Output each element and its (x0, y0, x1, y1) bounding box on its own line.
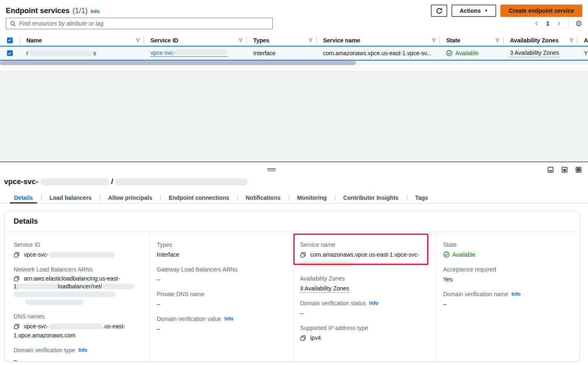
page-info-link[interactable]: Info (91, 9, 100, 14)
tab-endpoint-connections[interactable]: Endpoint connections (160, 192, 237, 203)
field-value: – (157, 299, 285, 309)
caret-down-icon: ▼ (484, 9, 488, 13)
tab-allow-principals[interactable]: Allow principals (100, 192, 160, 203)
column-header-acceptance[interactable]: A (577, 35, 588, 46)
field-nlb-arns: Network Load Balancers ARNs arn:aws:elas… (14, 266, 142, 306)
name-text: s (93, 50, 96, 56)
column-header-service-name[interactable]: Service name ▽ (316, 35, 440, 46)
field-value: – (157, 324, 285, 333)
redacted-text (102, 284, 134, 289)
service-id-link[interactable]: vpce-svc- (150, 49, 228, 57)
details-column-1: Service ID vpce-svc- Network Load Balanc… (5, 232, 150, 361)
details-column-2: Types Interface Gateway Load Balancers A… (150, 232, 293, 361)
field-service-id: Service ID vpce-svc- (14, 241, 142, 259)
availability-zones-popover[interactable]: 3 Availability Zones (510, 49, 559, 57)
copy-icon[interactable] (14, 323, 20, 330)
field-label: Gateway Load Balancers ARNs (157, 266, 285, 273)
service-id-text: vpce-svc- (150, 49, 175, 56)
scrollbar-thumb[interactable] (0, 61, 356, 65)
tab-tags[interactable]: Tags (407, 192, 437, 203)
acceptance-text: Y (584, 50, 588, 56)
table-row[interactable]: r s vpce-svc- Interface com.amazonaws.vp… (0, 46, 588, 61)
field-domain-verification-status: Domain verification status Info – (300, 299, 428, 318)
info-link[interactable]: Info (511, 290, 521, 298)
state-text: Available (452, 250, 476, 259)
availability-zones-popover[interactable]: 3 Availability Zones (300, 285, 349, 293)
redacted-text (30, 51, 92, 56)
column-header-label: Types (253, 37, 269, 44)
info-link[interactable]: Info (224, 315, 233, 323)
panel-tabs: Details Load balancers Allow principals … (0, 192, 588, 204)
column-header-name[interactable]: Name ▽ (20, 35, 144, 46)
tab-notifications[interactable]: Notifications (237, 192, 289, 203)
column-header-label: Name (26, 37, 42, 44)
create-endpoint-service-button[interactable]: Create endpoint service (500, 5, 582, 17)
check-circle-icon (446, 50, 453, 56)
next-page-icon[interactable] (556, 21, 562, 26)
field-value: Interface (157, 250, 285, 259)
cell-acceptance: Y (577, 47, 588, 60)
tab-label: Monitoring (297, 194, 327, 201)
field-gwlb-arns: Gateway Load Balancers ARNs – (157, 266, 285, 284)
tab-label: Details (14, 194, 33, 201)
row-checkbox[interactable] (7, 50, 13, 56)
redacted-text (19, 284, 56, 289)
split-panel-drag-handle[interactable] (267, 168, 276, 171)
tab-load-balancers[interactable]: Load balancers (41, 192, 100, 203)
info-link[interactable]: Info (78, 346, 87, 354)
sort-icon[interactable]: ▽ (570, 37, 573, 43)
horizontal-scrollbar[interactable] (0, 61, 588, 65)
panel-position-half-icon[interactable] (562, 167, 567, 173)
redacted-text (14, 292, 116, 297)
column-header-availability-zones[interactable]: Availability Zones ▽ (503, 35, 577, 46)
redacted-text (175, 49, 228, 55)
page-title-wrap: Endpoint services (1/1) Info (6, 7, 100, 15)
tab-details[interactable]: Details (6, 192, 41, 203)
field-types: Types Interface (157, 241, 285, 259)
tab-contributor-insights[interactable]: Contributor Insights (335, 192, 407, 203)
actions-button-label: Actions (460, 7, 481, 14)
panel-title-text: vpce-svc- (4, 178, 38, 186)
details-column-4: State Available Acceptance required Yes (436, 232, 579, 361)
copy-icon[interactable] (14, 252, 20, 258)
field-value: – (14, 356, 142, 365)
sort-icon[interactable]: ▽ (239, 37, 242, 43)
field-label: DNS names (14, 313, 142, 320)
details-card-header: Details (5, 211, 579, 232)
copy-icon[interactable] (300, 335, 306, 341)
info-link[interactable]: Info (369, 299, 378, 307)
tab-monitoring[interactable]: Monitoring (289, 192, 335, 203)
sort-icon[interactable]: ▽ (309, 37, 312, 43)
tab-label: Notifications (246, 194, 281, 201)
field-label: Private DNS name (157, 290, 285, 298)
sort-icon[interactable]: ▽ (496, 37, 499, 43)
panel-position-full-icon[interactable] (576, 167, 581, 173)
resource-count: (1/1) (72, 7, 88, 15)
redacted-text (49, 324, 102, 329)
details-card: Details Service ID vpce-svc- Network Loa… (4, 211, 580, 362)
previous-page-icon[interactable] (534, 21, 539, 26)
column-header-state[interactable]: State ▽ (439, 35, 503, 46)
column-header-types[interactable]: Types ▽ (246, 35, 316, 46)
field-value: ipv4 (310, 333, 321, 342)
search-input[interactable] (19, 20, 269, 27)
preferences-gear-icon[interactable]: ⚙ (575, 20, 582, 28)
column-header-label: Service name (323, 37, 360, 44)
details-grid: Service ID vpce-svc- Network Load Balanc… (5, 232, 579, 361)
sort-icon[interactable]: ▽ (136, 37, 139, 43)
column-header-service-id[interactable]: Service ID ▽ (144, 35, 246, 46)
page-number[interactable]: 1 (544, 20, 551, 27)
redacted-text (25, 299, 84, 305)
field-label: Domain verification value (157, 315, 221, 323)
select-all-checkbox[interactable] (7, 37, 13, 43)
refresh-button[interactable] (431, 5, 447, 17)
search-box (6, 18, 273, 29)
copy-icon[interactable] (14, 276, 20, 282)
panel-title-separator: / (111, 178, 113, 186)
field-value: vpce-svc- (24, 250, 114, 259)
actions-button[interactable]: Actions ▼ (451, 5, 496, 17)
sort-icon[interactable]: ▽ (432, 37, 435, 43)
panel-position-bottom-icon[interactable] (548, 167, 553, 173)
field-label: Types (157, 241, 285, 248)
copy-icon[interactable] (300, 252, 306, 258)
